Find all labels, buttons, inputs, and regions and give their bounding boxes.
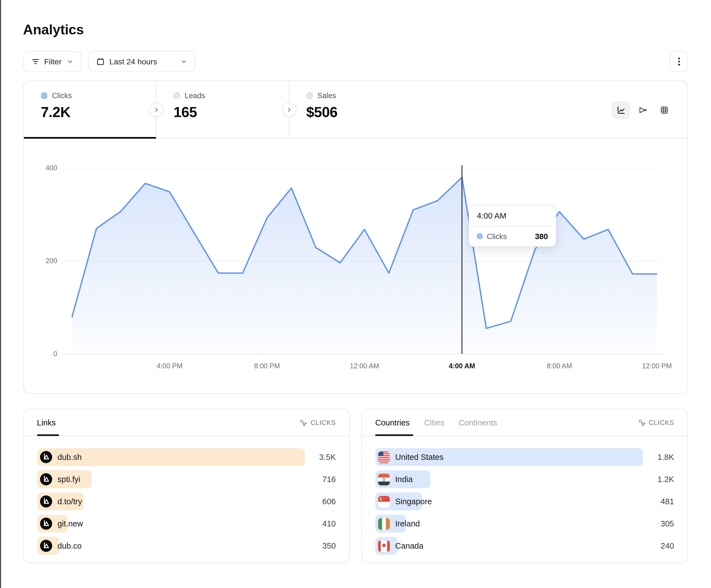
row-value: 305	[647, 519, 674, 528]
links-row[interactable]: spti.fyi716	[37, 470, 336, 488]
stat-tab-clicks[interactable]: Clicks7.2K	[24, 81, 156, 138]
tab-cities[interactable]: Cities	[424, 409, 445, 435]
tab-countries[interactable]: Countries	[375, 409, 410, 435]
countries-row[interactable]: Canada240	[375, 537, 674, 555]
x-axis-tick-label: 8:00 AM	[546, 362, 572, 370]
dub-logo-favicon	[40, 495, 52, 507]
chart-plot[interactable]: 02004004:00 PM8:00 PM12:00 AM4:00 AM8:00…	[24, 139, 687, 394]
filter-button[interactable]: Filter	[23, 51, 82, 72]
row-label: d.to/try	[58, 497, 82, 506]
dub-logo-favicon	[40, 473, 52, 485]
calendar-icon	[96, 57, 105, 66]
stat-tab-leads[interactable]: Leads165	[156, 81, 289, 138]
tab-links[interactable]: Links	[37, 409, 56, 435]
view-toggle-line-chart[interactable]	[612, 101, 630, 119]
legend-chip-leads	[173, 93, 180, 99]
flag-icon-ca	[378, 540, 390, 552]
chart-tooltip: 4:00 AM Clicks 380	[469, 205, 556, 247]
links-panel: LinksCLICKSdub.sh3.5Kspti.fyi716d.to/try…	[23, 409, 350, 563]
legend-chip-sales	[306, 93, 312, 99]
row-value: 350	[309, 541, 336, 550]
links-row[interactable]: dub.co350	[37, 537, 336, 555]
cursor-click-icon	[300, 419, 307, 426]
row-label: United States	[395, 453, 444, 461]
row-label: dub.co	[58, 541, 82, 550]
grid-table-icon	[659, 106, 669, 115]
tooltip-series-label: Clicks	[487, 232, 531, 241]
row-label: Canada	[395, 541, 424, 550]
countries-row[interactable]: Singapore481	[375, 493, 674, 510]
dub-logo-favicon	[40, 518, 52, 530]
y-axis-tick-label: 200	[45, 257, 57, 265]
row-value: 410	[309, 519, 336, 528]
row-value: 3.5K	[309, 453, 336, 461]
stat-label: Sales	[317, 92, 336, 100]
links-metric-selector[interactable]: CLICKS	[300, 419, 336, 426]
expand-stats-chevron-button[interactable]	[282, 103, 296, 117]
chart-view-toggles	[612, 101, 673, 119]
countries-list: United States1.8KIndia1.2KSingapore481Ir…	[362, 436, 688, 555]
cursor-click-icon	[638, 419, 645, 426]
view-toggle-grid-table[interactable]	[655, 101, 673, 119]
stat-value: 7.2K	[41, 104, 156, 121]
metric-label: CLICKS	[311, 419, 336, 426]
date-range-button[interactable]: Last 24 hours	[88, 51, 195, 72]
clicks-area-chart: 02004004:00 PM8:00 PM12:00 AM4:00 AM8:00…	[24, 139, 687, 394]
analytics-chart-card: Clicks7.2KLeads165Sales$506 02004004:00 …	[23, 81, 688, 394]
tooltip-time: 4:00 AM	[469, 206, 556, 226]
x-axis-tick-label: 8:00 PM	[254, 362, 280, 370]
stats-tabs-row: Clicks7.2KLeads165Sales$506	[24, 81, 687, 139]
countries-panel: CountriesCitiesContinentsCLICKSUnited St…	[362, 409, 688, 563]
chevron-right-icon	[153, 107, 159, 113]
countries-metric-selector[interactable]: CLICKS	[638, 419, 674, 426]
dub-logo-favicon	[40, 451, 52, 463]
clicks-series-chip	[477, 233, 482, 239]
tooltip-value: 380	[535, 232, 548, 241]
row-label: git.new	[58, 519, 83, 528]
links-list: dub.sh3.5Kspti.fyi716d.to/try606git.new4…	[24, 436, 349, 555]
y-axis-tick-label: 0	[53, 350, 57, 358]
chevron-right-icon	[286, 107, 292, 113]
links-row[interactable]: dub.sh3.5K	[37, 448, 336, 466]
legend-chip-clicks	[41, 93, 47, 99]
row-label: Singapore	[395, 497, 432, 506]
x-axis-tick-label: 12:00 AM	[349, 362, 379, 370]
row-value: 481	[647, 497, 674, 506]
countries-row[interactable]: United States1.8K	[375, 448, 674, 466]
links-row[interactable]: git.new410	[37, 515, 336, 533]
row-value: 1.2K	[647, 475, 674, 484]
countries-panel-tabs: CountriesCitiesContinents	[375, 409, 497, 435]
stat-label: Leads	[185, 92, 205, 100]
row-label: India	[395, 475, 413, 484]
more-options-button[interactable]	[670, 51, 688, 72]
chevron-down-icon	[66, 58, 74, 65]
x-axis-tick-label: 12:00 PM	[642, 362, 672, 370]
stat-tab-sales[interactable]: Sales$506	[289, 81, 422, 138]
view-toggle-funnel-chart[interactable]	[633, 101, 651, 119]
tab-continents[interactable]: Continents	[459, 409, 497, 435]
analytics-page: Analytics Filter Last 24 hours	[0, 0, 711, 588]
expand-stats-chevron-button[interactable]	[149, 103, 164, 117]
clicks-area-fill	[72, 178, 656, 354]
links-row[interactable]: d.to/try606	[37, 493, 336, 510]
row-label: Ireland	[395, 519, 420, 528]
row-value: 716	[309, 475, 336, 484]
row-value: 1.8K	[647, 453, 674, 461]
countries-row[interactable]: Ireland305	[375, 515, 674, 533]
row-label: spti.fyi	[58, 475, 80, 484]
toolbar: Filter Last 24 hours	[23, 51, 688, 72]
dub-logo-favicon	[40, 540, 52, 552]
x-axis-tick-label: 4:00 PM	[156, 362, 182, 370]
links-panel-header: LinksCLICKS	[24, 409, 349, 436]
line-chart-icon	[616, 106, 625, 115]
countries-panel-header: CountriesCitiesContinentsCLICKS	[362, 409, 688, 436]
row-value: 606	[309, 497, 336, 506]
countries-row[interactable]: India1.2K	[375, 470, 674, 488]
stat-value: 165	[173, 104, 288, 121]
flag-icon-ie	[378, 518, 390, 529]
row-value: 240	[647, 541, 674, 550]
kebab-menu-icon	[674, 56, 683, 67]
flag-icon-us	[378, 451, 390, 463]
stat-label: Clicks	[52, 92, 72, 100]
stat-value: $506	[306, 104, 422, 121]
